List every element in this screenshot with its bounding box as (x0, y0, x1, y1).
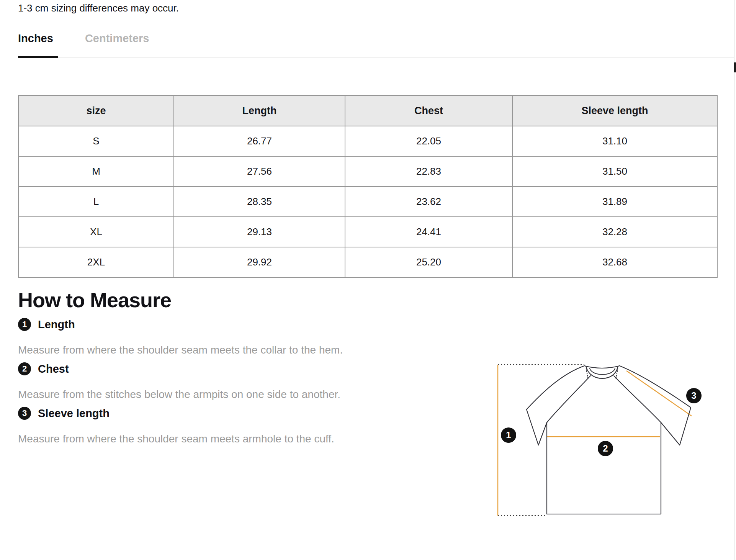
tshirt-outline (527, 366, 691, 514)
measure-item-description: Measure from where the shoulder seam mee… (18, 344, 343, 356)
table-row: S26.7722.0531.10 (18, 126, 717, 156)
measure-item-label: Length (38, 318, 75, 331)
tabs-divider (18, 57, 734, 58)
table-cell: 31.50 (512, 156, 717, 187)
column-header-chest: Chest (345, 95, 512, 126)
table-header-row: size Length Chest Sleeve length (18, 95, 717, 126)
table-cell: XL (18, 217, 174, 247)
active-tab-underline (18, 56, 58, 58)
table-cell: 31.10 (512, 126, 717, 156)
how-to-measure-title: How to Measure (18, 288, 171, 312)
sleeve-measure-line (626, 371, 692, 416)
table-cell: 2XL (18, 247, 174, 277)
table-cell: 25.20 (345, 247, 512, 277)
unit-tabs: Inches Centimeters (18, 32, 149, 45)
table-cell: S (18, 126, 174, 156)
table-cell: 22.83 (345, 156, 512, 187)
table-row: L28.3523.6231.89 (18, 187, 717, 217)
badge-3-icon: 3 (18, 407, 31, 420)
table-cell: 22.05 (345, 126, 512, 156)
measure-item-description: Measure from the stitches below the armp… (18, 388, 340, 401)
tab-inches[interactable]: Inches (18, 32, 53, 45)
column-header-length: Length (174, 95, 345, 126)
tab-centimeters[interactable]: Centimeters (85, 32, 149, 45)
sizing-note: 1-3 cm sizing differences may occur. (18, 2, 179, 15)
size-chart-table: size Length Chest Sleeve length S26.7722… (18, 95, 718, 278)
svg-text:2: 2 (603, 443, 608, 454)
table-row: XL29.1324.4132.28 (18, 217, 717, 247)
column-header-sleeve-length: Sleeve length (512, 95, 717, 126)
table-cell: 32.28 (512, 217, 717, 247)
marker-1: 1 (501, 427, 516, 443)
measure-item-label: Chest (38, 363, 69, 375)
table-cell: M (18, 156, 174, 187)
table-cell: 28.35 (174, 187, 345, 217)
size-guide-page: 1-3 cm sizing differences may occur. Inc… (0, 0, 736, 560)
measure-item-chest: 2 Chest (18, 362, 69, 375)
marker-2: 2 (598, 441, 613, 456)
column-header-size: size (18, 95, 174, 126)
badge-1-icon: 1 (18, 318, 31, 331)
table-cell: 31.89 (512, 187, 717, 217)
table-cell: 26.77 (174, 126, 345, 156)
marker-3: 3 (686, 388, 702, 403)
table-cell: 32.68 (512, 247, 717, 277)
measure-item-label: Sleeve length (38, 407, 110, 420)
scrollbar-thumb[interactable] (734, 62, 736, 72)
table-cell: 29.13 (174, 217, 345, 247)
measure-item-length: 1 Length (18, 318, 75, 331)
table-row: 2XL29.9225.2032.68 (18, 247, 717, 277)
table-cell: L (18, 187, 174, 217)
table-cell: 27.56 (174, 156, 345, 187)
scrollbar-track[interactable] (734, 0, 734, 560)
table-cell: 23.62 (345, 187, 512, 217)
table-row: M27.5622.8331.50 (18, 156, 717, 187)
tshirt-measurement-diagram: 1 2 3 (490, 356, 716, 529)
svg-text:1: 1 (506, 430, 511, 440)
svg-text:3: 3 (691, 390, 696, 401)
table-cell: 24.41 (345, 217, 512, 247)
badge-2-icon: 2 (18, 362, 31, 375)
table-cell: 29.92 (174, 247, 345, 277)
measure-item-description: Measure from where the shoulder seam mee… (18, 433, 334, 445)
measure-item-sleeve-length: 3 Sleeve length (18, 407, 110, 420)
